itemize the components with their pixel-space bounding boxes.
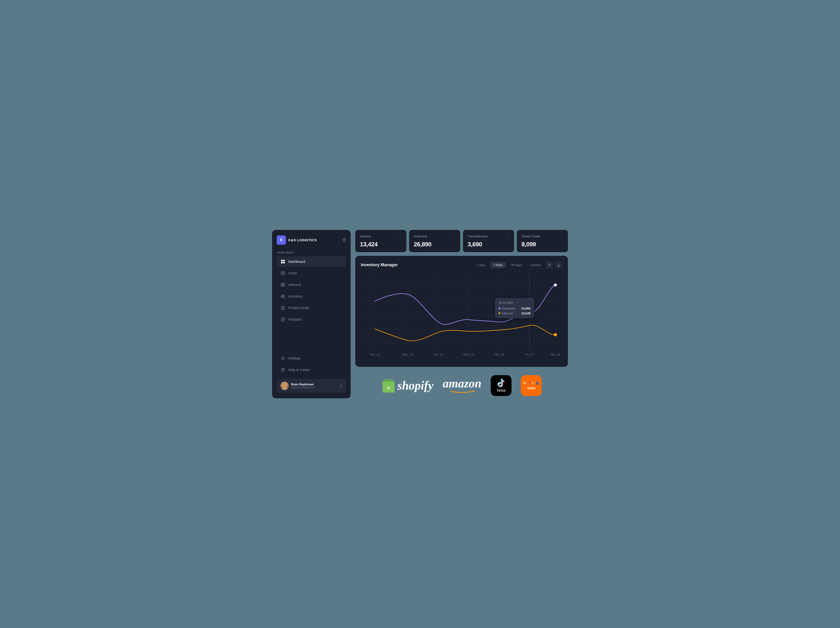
- stat-options-icon[interactable]: ⋮: [560, 234, 563, 239]
- menu-section-label: MAIN MENU: [277, 251, 346, 254]
- analytics-icon: [280, 317, 286, 322]
- sidebar-item-order[interactable]: Order: [277, 268, 346, 278]
- stat-card-transshipment: Transshipment ⋮ 3,690: [463, 230, 514, 252]
- svg-text:Sat, 18: Sat, 18: [551, 353, 560, 356]
- time-btn-30days[interactable]: 30 Days: [508, 262, 526, 268]
- menu-toggle-icon[interactable]: ☰: [342, 237, 346, 243]
- sidebar-item-analytics[interactable]: Analytics: [277, 314, 346, 325]
- stat-options-icon[interactable]: ⋮: [452, 234, 456, 239]
- chart-filter-icon[interactable]: [546, 261, 553, 269]
- chart-tooltip: 16 Jul 2024 Outbound 23,000 Inbound: [495, 298, 534, 318]
- tooltip-inbound-label: Inbound: [499, 312, 513, 315]
- stat-header: Today's Order ⋮: [521, 234, 563, 239]
- sidebar: K K&S LOGISTICS ☰ MAIN MENU Dashboard: [272, 230, 351, 398]
- tooltip-outbound-label: Outbound: [499, 307, 515, 310]
- chart-header: Inventory Manager 1 Day 7 Days 30 Days C…: [361, 261, 562, 269]
- dashboard-icon: [280, 259, 286, 264]
- svg-text:s: s: [387, 384, 390, 391]
- inventory-icon: [280, 294, 286, 299]
- user-chevron-icon: ⇅: [339, 384, 342, 388]
- nav-items: Dashboard Order: [277, 256, 346, 325]
- stat-options-icon[interactable]: ⋮: [398, 234, 402, 239]
- sidebar-item-label: Settings: [288, 356, 301, 360]
- stat-header: Transshipment ⋮: [467, 234, 510, 239]
- time-btn-1day[interactable]: 1 Day: [474, 262, 488, 268]
- settings-icon: [280, 356, 286, 361]
- stat-card-todays-order: Today's Order ⋮ 8,099: [517, 230, 568, 252]
- stats-row: Inbound ⋮ 13,424 Outbound ⋮ 26,890 Trans…: [355, 230, 568, 252]
- svg-point-7: [281, 295, 284, 298]
- svg-text:Wed, 15: Wed, 15: [463, 353, 474, 356]
- sidebar-item-label: Product Audit: [288, 306, 309, 310]
- svg-point-27: [554, 333, 557, 336]
- sidebar-item-label: Inbound: [288, 283, 301, 286]
- tooltip-inbound-value: 10,240: [521, 312, 531, 315]
- tiktok-logo: TikTok: [491, 375, 512, 396]
- brand-logos: s shopify amazon: [355, 370, 568, 398]
- user-profile[interactable]: Ryan Reybrown example@gmail.com ⇅: [277, 379, 346, 393]
- sidebar-logo: K K&S LOGISTICS ☰: [277, 236, 346, 245]
- stat-value: 3,690: [467, 241, 510, 248]
- stat-value: 26,890: [414, 241, 456, 248]
- tooltip-outbound-value: 23,000: [521, 307, 531, 310]
- order-icon: [280, 270, 286, 276]
- sidebar-item-label: Analytics: [288, 317, 302, 321]
- stat-card-inbound: Inbound ⋮ 13,424: [355, 230, 406, 252]
- stat-options-icon[interactable]: ⋮: [506, 234, 510, 239]
- chart-controls: 1 Day 7 Days 30 Days Custom: [474, 261, 562, 269]
- sidebar-item-label: Inventory: [288, 294, 303, 298]
- product-audit-icon: [280, 305, 286, 310]
- bottom-nav: Settings Help & Center: [277, 353, 346, 393]
- amazon-text: amazon: [443, 376, 482, 390]
- svg-text:Mon, 13: Mon, 13: [402, 353, 413, 356]
- shopify-text: shopify: [397, 379, 433, 392]
- svg-text:Tue, 14: Tue, 14: [433, 353, 443, 356]
- user-name: Ryan Reybrown: [291, 383, 337, 386]
- svg-text:Thu, 16: Thu, 16: [494, 353, 504, 356]
- sidebar-item-label: Dashboard: [288, 259, 305, 263]
- sidebar-item-settings[interactable]: Settings: [277, 353, 346, 364]
- stat-label: Today's Order: [521, 234, 540, 238]
- svg-point-11: [282, 358, 284, 359]
- chart-title: Inventory Manager: [361, 263, 398, 267]
- sidebar-item-inventory[interactable]: Inventory: [277, 291, 346, 302]
- time-btn-7days[interactable]: 7 Days: [490, 262, 506, 268]
- svg-rect-0: [281, 260, 283, 261]
- logo-icon: K: [277, 236, 286, 245]
- stat-header: Inbound ⋮: [360, 234, 402, 239]
- help-icon: [280, 367, 286, 372]
- tooltip-row-inbound: Inbound 10,240: [499, 312, 531, 315]
- outbound-dot: [499, 307, 501, 309]
- sidebar-item-help[interactable]: Help & Center: [277, 365, 346, 375]
- sidebar-item-label: Help & Center: [288, 368, 310, 372]
- svg-text:Fri, 17: Fri, 17: [525, 353, 534, 356]
- svg-text:Sun, 12: Sun, 12: [369, 353, 380, 356]
- stat-label: Transshipment: [467, 234, 488, 238]
- chart-download-icon[interactable]: [555, 261, 562, 269]
- temu-label: TEMU: [527, 386, 535, 390]
- stat-value: 8,099: [521, 241, 563, 248]
- tiktok-symbol: [497, 379, 505, 388]
- app-container: K K&S LOGISTICS ☰ MAIN MENU Dashboard: [272, 230, 568, 398]
- svg-marker-38: [472, 390, 475, 392]
- amazon-arrow-icon: [448, 389, 476, 395]
- sidebar-item-dashboard[interactable]: Dashboard: [277, 256, 346, 267]
- sidebar-item-label: Order: [288, 271, 297, 275]
- app-title: K&S LOGISTICS: [288, 238, 317, 242]
- svg-rect-3: [283, 262, 285, 263]
- chart-card: Inventory Manager 1 Day 7 Days 30 Days C…: [355, 256, 568, 367]
- svg-rect-2: [281, 262, 283, 263]
- stat-label: Outbound: [414, 234, 427, 238]
- tiktok-label: TikTok: [497, 389, 505, 392]
- sidebar-item-inbound[interactable]: Inbound: [277, 279, 346, 290]
- svg-marker-5: [281, 283, 285, 286]
- main-content: Inbound ⋮ 13,424 Outbound ⋮ 26,890 Trans…: [355, 230, 568, 398]
- avatar-image: [280, 382, 289, 390]
- user-info: Ryan Reybrown example@gmail.com: [291, 383, 337, 389]
- time-btn-custom[interactable]: Custom: [527, 262, 544, 268]
- stat-card-outbound: Outbound ⋮ 26,890: [409, 230, 460, 252]
- sidebar-item-product-audit[interactable]: Product Audit: [277, 302, 346, 313]
- svg-marker-6: [282, 284, 284, 286]
- svg-point-8: [282, 296, 284, 297]
- svg-point-26: [554, 283, 557, 286]
